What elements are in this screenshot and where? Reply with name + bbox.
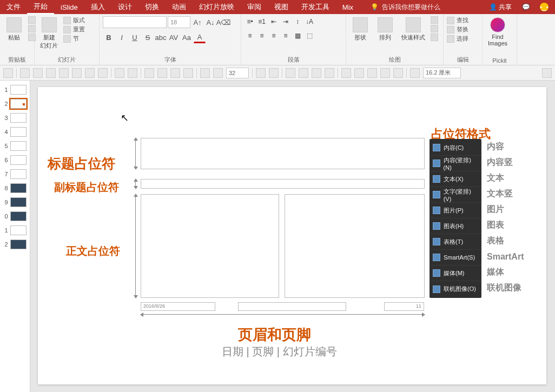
tab-view[interactable]: 视图 [268, 0, 295, 14]
tb2-icon-22[interactable] [325, 68, 334, 78]
body-placeholder-box-right[interactable] [285, 194, 425, 298]
thumbnail-item[interactable]: 1 [4, 85, 27, 95]
tab-animations[interactable]: 动画 [166, 0, 193, 14]
format-menu-item[interactable]: SmartArt(S) [430, 250, 481, 265]
clear-format-icon[interactable]: A⌫ [217, 16, 229, 28]
tell-me-search[interactable]: 💡 告诉我你想要做什么 [371, 3, 440, 12]
body-placeholder-box-left[interactable] [141, 194, 279, 298]
tb2-icon-11[interactable] [144, 68, 154, 78]
thumbnail-item[interactable]: 6 [4, 155, 27, 165]
bold-button[interactable]: B [103, 31, 115, 43]
thumbnail-item[interactable]: 9 [4, 197, 27, 207]
comment-icon[interactable]: 💬 [521, 3, 530, 11]
arrange-button[interactable]: 排列 [374, 16, 396, 43]
tb2-icon-26[interactable] [380, 68, 390, 78]
convert-smartart-icon[interactable]: ⬚ [304, 30, 315, 41]
thumbnail-item[interactable]: 1 [4, 225, 27, 235]
replace-button[interactable]: 替换 [447, 25, 468, 34]
tb2-icon-24[interactable] [354, 68, 364, 78]
tab-file[interactable]: 文件 [0, 0, 27, 14]
thumbnail-preview[interactable] [10, 85, 27, 95]
tab-design[interactable]: 设计 [111, 0, 138, 14]
tb2-icon-28[interactable] [410, 68, 420, 78]
decrease-font-icon[interactable]: A↓ [204, 16, 216, 28]
tb2-overflow-icon[interactable] [542, 68, 552, 78]
thumbnail-preview[interactable] [10, 127, 27, 137]
tb2-icon-15[interactable] [200, 68, 210, 78]
format-menu-item[interactable]: 内容(C) [430, 140, 481, 156]
footer-placeholder-box[interactable] [238, 302, 346, 311]
tb2-icon-18[interactable] [269, 68, 279, 78]
shapes-button[interactable]: 形状 [349, 16, 371, 43]
thumbnail-preview[interactable] [10, 113, 27, 123]
justify-icon[interactable]: ≡ [280, 30, 291, 41]
thumbnail-preview[interactable] [10, 155, 27, 165]
thumbnail-item[interactable]: 3 [4, 113, 27, 123]
format-menu-item[interactable]: 媒体(M) [430, 265, 481, 281]
format-menu-item[interactable]: 内容(竖排)(N) [430, 156, 481, 171]
thumbnail-preview[interactable] [10, 141, 27, 151]
shape-fill-icon[interactable] [431, 16, 438, 24]
text-direction-icon[interactable]: ↓A [304, 16, 315, 27]
thumbnail-preview[interactable] [10, 183, 27, 193]
tb2-icon-20[interactable] [299, 68, 308, 78]
thumbnail-preview[interactable] [10, 211, 27, 221]
tab-slideshow[interactable]: 幻灯片放映 [193, 0, 241, 14]
tb2-icon-16[interactable] [213, 68, 223, 78]
thumbnail-item[interactable]: 0 [4, 211, 27, 221]
font-color-button[interactable]: A [194, 31, 206, 43]
tb2-icon-4[interactable] [46, 68, 56, 78]
align-center-icon[interactable]: ≡ [256, 30, 267, 41]
section-button[interactable]: 节 [63, 35, 85, 43]
paste-button[interactable]: 粘贴 [3, 16, 25, 43]
subtitle-placeholder-box[interactable] [141, 179, 425, 189]
thumbnail-preview[interactable] [10, 99, 27, 109]
tb2-icon-27[interactable] [393, 68, 403, 78]
thumbnail-preview[interactable] [10, 169, 27, 179]
find-images-button[interactable]: Find Images [486, 16, 510, 48]
tb2-icon-21[interactable] [312, 68, 321, 78]
italic-button[interactable]: I [116, 31, 128, 43]
feedback-smiley-icon[interactable]: •‿• [540, 3, 549, 11]
thumbnail-preview[interactable] [10, 240, 27, 249]
tab-review[interactable]: 审阅 [241, 0, 268, 14]
align-right-icon[interactable]: ≡ [268, 30, 279, 41]
slide-number-placeholder-box[interactable]: 11 [384, 302, 424, 311]
tab-home[interactable]: 开始 [27, 0, 54, 14]
thumbnail-item[interactable]: 2 [4, 240, 27, 249]
thumbnail-item[interactable]: 4 [4, 127, 27, 137]
thumbnail-item[interactable]: 7 [4, 169, 27, 179]
format-menu-item[interactable]: 联机图像(O) [430, 281, 481, 297]
thumbnail-preview[interactable] [10, 197, 27, 207]
tb2-icon-9[interactable] [115, 68, 124, 78]
bullets-icon[interactable]: ≡• [245, 16, 255, 27]
tab-insert[interactable]: 插入 [84, 0, 111, 14]
thumbnail-item[interactable]: 2 [4, 99, 27, 109]
tb2-icon-6[interactable] [72, 68, 82, 78]
date-placeholder-box[interactable]: 2016/8/26 [141, 302, 215, 311]
change-case-button[interactable]: Aa [181, 31, 193, 43]
tb2-icon-5[interactable] [59, 68, 69, 78]
indent-increase-icon[interactable]: ⇥ [280, 16, 291, 27]
tab-mix[interactable]: Mix [336, 0, 360, 14]
align-left-icon[interactable]: ≡ [245, 30, 255, 41]
strikethrough-button[interactable]: S [142, 31, 154, 43]
tb2-icon-14[interactable] [183, 68, 193, 78]
indent-decrease-icon[interactable]: ⇤ [268, 16, 279, 27]
numbering-icon[interactable]: ≡1 [256, 16, 267, 27]
font-family-input[interactable] [103, 16, 167, 28]
increase-font-icon[interactable]: A↑ [191, 16, 203, 28]
shape-outline-icon[interactable] [431, 25, 438, 32]
tab-transitions[interactable]: 切换 [138, 0, 166, 14]
format-menu-item[interactable]: 文字(竖排)(V) [430, 187, 481, 203]
tb2-icon-2[interactable] [20, 68, 30, 78]
tb2-icon-19[interactable] [286, 68, 295, 78]
title-placeholder-box[interactable] [141, 138, 425, 169]
shadow-button[interactable]: abc [155, 31, 167, 43]
select-button[interactable]: 选择 [447, 35, 468, 43]
tb2-icon-13[interactable] [170, 68, 180, 78]
tb2-icon-10[interactable] [128, 68, 137, 78]
shape-effects-icon[interactable] [431, 34, 438, 41]
quick-styles-button[interactable]: 快速样式 [399, 16, 427, 43]
tb2-number-input[interactable] [226, 68, 249, 78]
